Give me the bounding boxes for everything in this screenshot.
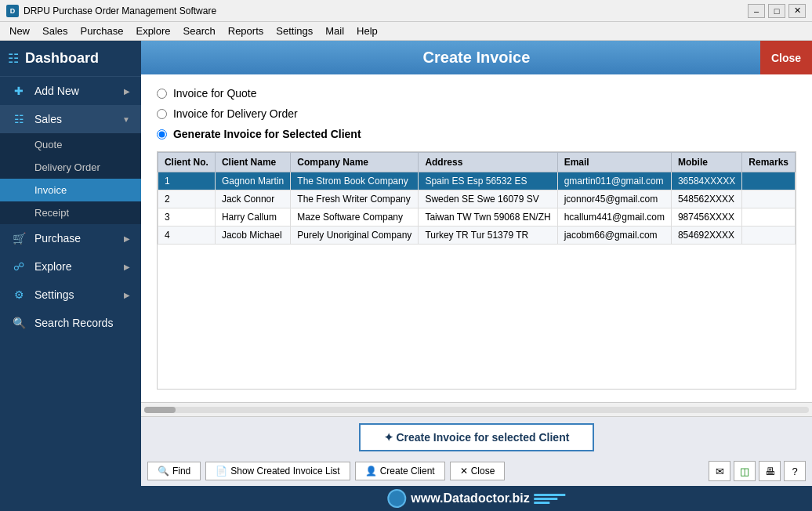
footer: www.Datadoctor.biz: [141, 486, 812, 511]
purchase-arrow-icon: ▶: [124, 234, 130, 243]
close-action-button[interactable]: ✕ Close: [450, 462, 506, 480]
radio-invoice-quote[interactable]: [157, 89, 167, 99]
table-row[interactable]: 1Gagnon MartinThe Strom Book CompanySpai…: [158, 172, 795, 190]
main-layout: ☷ Dashboard ✚ Add New ▶ ☷ Sales ▼ Quote …: [0, 41, 812, 511]
radio-invoice-delivery[interactable]: [157, 109, 167, 119]
footer-line-2: [535, 498, 558, 500]
radio-invoice-quote-row: Invoice for Quote: [157, 87, 796, 100]
col-client-no: Client No.: [158, 153, 215, 172]
col-client-name: Client Name: [215, 153, 290, 172]
add-new-icon: ✚: [11, 85, 27, 97]
horizontal-scrollbar[interactable]: [141, 402, 812, 416]
excel-icon-button[interactable]: ◫: [734, 461, 756, 481]
purchase-icon: 🛒: [11, 232, 27, 245]
col-mobile: Mobile: [671, 153, 741, 172]
sidebar-item-label-search-records: Search Records: [34, 317, 113, 329]
sidebar: ☷ Dashboard ✚ Add New ▶ ☷ Sales ▼ Quote …: [0, 41, 141, 511]
settings-icon: ⚙: [11, 288, 27, 301]
sidebar-item-purchase[interactable]: 🛒 Purchase ▶: [0, 224, 141, 252]
create-client-icon: 👤: [365, 466, 377, 477]
sidebar-item-sales[interactable]: ☷ Sales ▼: [0, 105, 141, 133]
sales-icon: ☷: [11, 113, 27, 125]
menu-help[interactable]: Help: [350, 24, 384, 38]
menu-reports[interactable]: Reports: [222, 24, 270, 38]
email-icon-button[interactable]: ✉: [709, 461, 730, 481]
dashboard-label: Dashboard: [25, 50, 99, 67]
explore-icon: ☍: [11, 260, 27, 273]
table-body: 1Gagnon MartinThe Strom Book CompanySpai…: [158, 172, 795, 245]
maximize-button[interactable]: □: [768, 4, 785, 18]
scroll-track[interactable]: [144, 407, 809, 413]
sidebar-item-explore[interactable]: ☍ Explore ▶: [0, 252, 141, 281]
sales-arrow-icon: ▼: [122, 115, 130, 124]
find-button[interactable]: 🔍 Find: [147, 462, 201, 480]
sidebar-item-quote[interactable]: Quote: [0, 133, 141, 156]
find-icon: 🔍: [158, 466, 169, 477]
table-row[interactable]: 3Harry CallumMaze Software CompanyTaiwan…: [158, 208, 795, 227]
menu-bar: New Sales Purchase Explore Search Report…: [0, 22, 812, 41]
table-row[interactable]: 2Jack ConnorThe Fresh Writer CompanySwed…: [158, 190, 795, 208]
menu-search[interactable]: Search: [177, 24, 222, 38]
print-icon-button[interactable]: 🖶: [759, 461, 781, 481]
table-header-row: Client No. Client Name Company Name Addr…: [158, 153, 795, 172]
title-bar-controls: – □ ✕: [748, 4, 806, 18]
help-icon-button[interactable]: ?: [784, 461, 806, 481]
menu-sales[interactable]: Sales: [36, 24, 74, 38]
create-invoice-for-client-button[interactable]: ✦ Create Invoice for selected Client: [359, 423, 595, 451]
app-title: DRPU Purchase Order Management Software: [24, 5, 216, 16]
sidebar-item-add-new[interactable]: ✚ Add New ▶: [0, 77, 141, 105]
add-new-arrow-icon: ▶: [124, 87, 130, 96]
menu-new[interactable]: New: [3, 24, 36, 38]
col-company-name: Company Name: [291, 153, 419, 172]
radio-invoice-client-label[interactable]: Generate Invoice for Selected Client: [173, 128, 361, 140]
radio-invoice-delivery-label[interactable]: Invoice for Delivery Order: [173, 107, 298, 120]
radio-invoice-client[interactable]: [157, 129, 167, 140]
window-close-button[interactable]: ✕: [788, 4, 806, 18]
menu-purchase[interactable]: Purchase: [74, 24, 130, 38]
sidebar-item-delivery-order[interactable]: Delivery Order: [0, 156, 141, 179]
sidebar-item-settings[interactable]: ⚙ Settings ▶: [0, 281, 141, 309]
menu-explore[interactable]: Explore: [129, 24, 176, 38]
footer-line-3: [535, 502, 550, 504]
col-remarks: Remarks: [742, 153, 796, 172]
app-icon: D: [6, 5, 19, 17]
invoice-body: Invoice for Quote Invoice for Delivery O…: [141, 74, 812, 402]
footer-logo: www.Datadoctor.biz: [387, 489, 565, 508]
sidebar-dashboard[interactable]: ☷ Dashboard: [0, 41, 141, 77]
footer-decorative-lines: [535, 494, 566, 504]
sidebar-item-search-records[interactable]: 🔍 Search Records: [0, 309, 141, 337]
menu-mail[interactable]: Mail: [319, 24, 350, 38]
panel-header: Create Invoice Close: [141, 41, 812, 74]
action-bar: 🔍 Find 📄 Show Created Invoice List 👤 Cre…: [141, 458, 812, 486]
content-area: Create Invoice Close Invoice for Quote I…: [141, 41, 812, 511]
panel-close-button[interactable]: Close: [760, 41, 812, 74]
clients-table: Client No. Client Name Company Name Addr…: [158, 152, 796, 245]
sidebar-item-label-settings: Settings: [34, 288, 74, 301]
search-records-icon: 🔍: [11, 317, 27, 329]
create-invoice-btn-row: ✦ Create Invoice for selected Client: [141, 417, 812, 458]
sidebar-item-label-sales: Sales: [34, 113, 62, 125]
bottom-section: ✦ Create Invoice for selected Client 🔍 F…: [141, 416, 812, 486]
radio-invoice-delivery-row: Invoice for Delivery Order: [157, 107, 796, 120]
radio-invoice-quote-label[interactable]: Invoice for Quote: [173, 87, 257, 100]
sidebar-item-receipt[interactable]: Receipt: [0, 201, 141, 224]
action-bar-left: 🔍 Find 📄 Show Created Invoice List 👤 Cre…: [147, 462, 505, 480]
close-action-icon: ✕: [460, 466, 468, 477]
sidebar-item-label-add-new: Add New: [34, 85, 79, 97]
footer-url: www.Datadoctor.biz: [411, 491, 529, 506]
sales-submenu: Quote Delivery Order Invoice Receipt: [0, 133, 141, 224]
show-created-invoice-button[interactable]: 📄 Show Created Invoice List: [205, 462, 350, 480]
minimize-button[interactable]: –: [748, 4, 765, 18]
footer-line-1: [535, 494, 566, 496]
scroll-thumb[interactable]: [144, 407, 176, 413]
menu-settings[interactable]: Settings: [270, 24, 319, 38]
sidebar-item-label-purchase: Purchase: [34, 232, 81, 245]
create-client-button[interactable]: 👤 Create Client: [355, 462, 445, 480]
show-list-icon: 📄: [216, 466, 227, 477]
settings-arrow-icon: ▶: [124, 291, 130, 299]
sidebar-item-invoice[interactable]: Invoice: [0, 179, 141, 201]
action-bar-right: ✉ ◫ 🖶 ?: [709, 461, 806, 481]
dashboard-icon: ☷: [8, 51, 19, 66]
title-bar-left: D DRPU Purchase Order Management Softwar…: [6, 5, 216, 17]
table-row[interactable]: 4Jacob MichaelPurely Unoriginal CompanyT…: [158, 227, 795, 245]
